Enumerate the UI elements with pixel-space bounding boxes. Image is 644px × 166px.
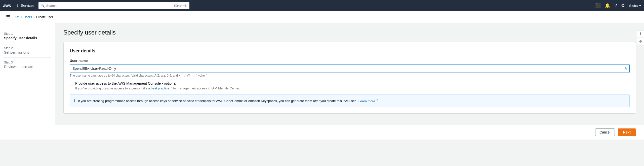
step-2[interactable]: Step 2 Set permissions xyxy=(4,43,51,58)
breadcrumb-users[interactable]: Users xyxy=(23,15,32,19)
right-info-icon-1[interactable]: ℹ xyxy=(637,30,644,37)
card-title: User details xyxy=(70,48,630,54)
external-link-icon: ↗ xyxy=(170,86,172,89)
info-icon: ℹ xyxy=(74,98,75,103)
search-input[interactable] xyxy=(46,4,173,8)
username-group: User name ✎ The user name can have up to… xyxy=(70,59,630,77)
page-title: Specify user details xyxy=(63,29,636,36)
search-icon: 🔍 xyxy=(41,4,45,8)
next-button[interactable]: Next xyxy=(618,128,636,136)
main-content: ☰ IAM › Users › Create user Step 1 Speci… xyxy=(0,11,644,140)
grid-icon: ⠿ xyxy=(17,3,20,8)
step-3[interactable]: Step 3 Review and create xyxy=(4,58,51,72)
step-3-label: Step 3 xyxy=(4,61,51,64)
user-details-card: User details User name ✎ The user name c… xyxy=(63,42,636,114)
step-1-name: Specify user details xyxy=(4,36,51,40)
username-input[interactable] xyxy=(70,64,630,73)
aws-logo[interactable]: aws xyxy=(3,3,11,8)
username-input-wrapper: ✎ xyxy=(70,64,630,73)
console-access-label: Provide user access to the AWS Managemen… xyxy=(75,81,240,85)
input-edit-icon[interactable]: ✎ xyxy=(624,66,628,71)
info-box: ℹ If you are creating programmatic acces… xyxy=(70,94,630,107)
username-label: User name xyxy=(70,59,630,63)
console-access-row: Provide user access to the AWS Managemen… xyxy=(70,81,630,90)
learn-more-link[interactable]: Learn more ↗ xyxy=(358,99,378,103)
breadcrumb-sep-1: › xyxy=(21,15,22,19)
sidebar-toggle[interactable]: ☰ xyxy=(6,14,10,20)
console-access-label-group: Provide user access to the AWS Managemen… xyxy=(75,81,240,90)
breadcrumb-iam[interactable]: IAM xyxy=(14,15,19,19)
step-2-name: Set permissions xyxy=(4,50,51,54)
help-icon[interactable]: ? xyxy=(614,3,617,8)
step-1-label: Step 1 xyxy=(4,32,51,36)
right-side-icons: ℹ ⚙ xyxy=(637,30,644,45)
breadcrumb-create-user: Create user xyxy=(36,15,53,19)
notification-icon[interactable]: 🔔 xyxy=(605,3,610,8)
aws-logo-text: aws xyxy=(3,3,11,8)
global-label: Global xyxy=(629,4,638,8)
console-access-checkbox[interactable] xyxy=(70,82,73,85)
global-arrow: ▾ xyxy=(639,4,641,8)
form-area: Specify user details User details User n… xyxy=(55,23,644,125)
console-sublabel: If you're providing console access to a … xyxy=(75,86,240,90)
top-nav: aws ⠿ Services 🔍 [Option+S] ⬛ 🔔 ? ⚙ Glob… xyxy=(0,0,644,11)
console-sublabel-after: to manage their access in IAM Identity C… xyxy=(173,86,240,90)
nav-right: ⬛ 🔔 ? ⚙ Global ▾ xyxy=(595,3,641,8)
search-shortcut: [Option+S] xyxy=(174,4,187,7)
search-bar: 🔍 [Option+S] xyxy=(38,2,189,9)
steps-panel: Step 1 Specify user details Step 2 Set p… xyxy=(0,23,55,125)
services-menu[interactable]: ⠿ Services xyxy=(15,2,36,9)
breadcrumb: ☰ IAM › Users › Create user xyxy=(0,11,644,23)
learn-more-external-icon: ↗ xyxy=(376,98,378,101)
step-1[interactable]: Step 1 Specify user details xyxy=(4,29,51,43)
footer-bar: Cancel Next xyxy=(0,125,644,140)
console-label-text: Provide user access to the AWS Managemen… xyxy=(75,81,176,85)
settings-icon[interactable]: ⚙ xyxy=(621,3,625,8)
cancel-button[interactable]: Cancel xyxy=(595,128,615,136)
global-region[interactable]: Global ▾ xyxy=(629,4,641,8)
right-info-icon-2[interactable]: ⚙ xyxy=(637,38,644,45)
console-sublabel-before: If you're providing console access to a … xyxy=(75,86,150,90)
username-hint: The user name can have up to 64 characte… xyxy=(70,74,630,77)
step-3-name: Review and create xyxy=(4,65,51,69)
cloudshell-icon[interactable]: ⬛ xyxy=(595,3,601,8)
step-2-label: Step 2 xyxy=(4,46,51,50)
services-label: Services xyxy=(21,4,34,8)
info-text: If you are creating programmatic access … xyxy=(78,98,378,104)
best-practice-link[interactable]: best practice ↗ xyxy=(151,86,173,90)
content-wrapper: Step 1 Specify user details Step 2 Set p… xyxy=(0,23,644,125)
breadcrumb-sep-2: › xyxy=(33,15,34,19)
